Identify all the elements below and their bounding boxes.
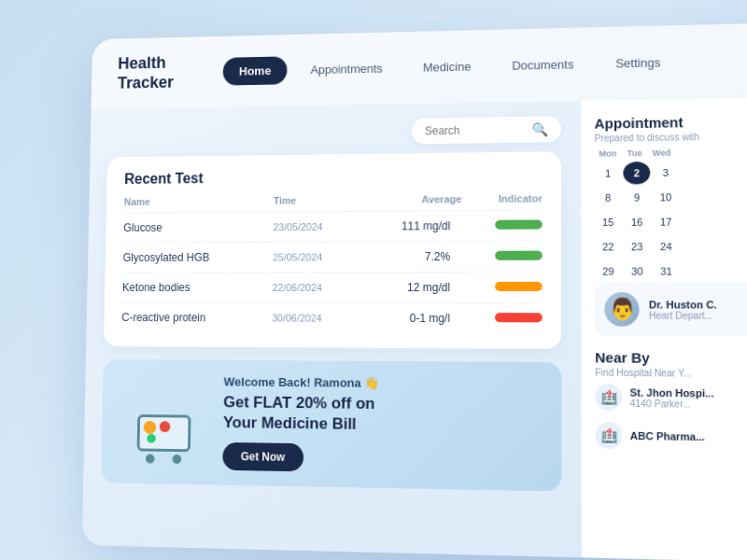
calendar-day[interactable]: 16 (624, 211, 651, 233)
recent-test-card: Recent Test Name Time Average Indicator … (104, 151, 561, 349)
doctor-name: Dr. Huston C. (649, 299, 717, 310)
appointment-section: Appointment Prepared to discuss with Mon… (595, 113, 747, 337)
test-time: 23/05/2024 (273, 212, 359, 243)
calendar-day[interactable]: 24 (653, 235, 680, 259)
test-value: 111 mg/dl (359, 211, 461, 242)
calendar-day[interactable]: 2 (623, 161, 650, 184)
calendar-day[interactable]: 10 (652, 186, 679, 209)
calendar-day[interactable]: 17 (653, 211, 680, 234)
test-value: 12 mg/dl (359, 273, 461, 303)
list-item[interactable]: 🏥 St. Jhon Hospi... 4140 Parker... (595, 378, 747, 418)
indicator-bar (495, 251, 543, 260)
test-name: C-reactive protein (121, 302, 272, 332)
nav-item-settings[interactable]: Settings (599, 48, 678, 78)
nav-item-appointments[interactable]: Appointments (294, 54, 399, 84)
nearby-info: St. Jhon Hospi... 4140 Parker... (630, 386, 714, 410)
calendar: MonTueWed 1238910151617222324293031 (595, 147, 747, 283)
test-name: Glucose (123, 212, 274, 243)
calendar-day[interactable]: 1 (595, 162, 622, 185)
test-indicator (461, 273, 543, 303)
main-nav: HomeAppointmentsMedicineDocumentsSetting… (223, 47, 744, 86)
logo-line2: Tracker (118, 73, 174, 91)
col-indicator: Indicator (461, 193, 542, 211)
recent-test-title: Recent Test (124, 167, 543, 188)
promo-headline-line2: Your Medicine Bill (223, 413, 357, 433)
header: Health Tracker HomeAppointmentsMedicineD… (92, 23, 747, 110)
calendar-day[interactable]: 15 (595, 211, 622, 233)
logo-line1: Health (118, 53, 166, 72)
cal-day-name: Tue (621, 148, 648, 161)
app-container: Health Tracker HomeAppointmentsMedicineD… (82, 23, 747, 560)
search-bar: 🔍 (107, 117, 561, 149)
search-icon: 🔍 (532, 122, 548, 137)
doctor-card[interactable]: 👨 Dr. Huston C. Heart Depart... (595, 283, 747, 337)
doctor-info: Dr. Huston C. Heart Depart... (649, 299, 717, 321)
test-time: 30/06/2024 (272, 302, 359, 332)
nearby-name: ABC Pharma... (630, 430, 705, 443)
calendar-day[interactable]: 31 (653, 260, 680, 284)
nearby-address: 4140 Parker... (630, 398, 714, 409)
search-input[interactable] (425, 123, 525, 137)
promo-text: Welcome Back! Ramona 👋 Get FLAT 20% off … (222, 375, 543, 476)
promo-image (119, 380, 209, 464)
indicator-bar (495, 313, 543, 322)
calendar-day[interactable]: 3 (652, 161, 679, 185)
test-indicator (461, 303, 543, 334)
nearby-title: Near By (595, 349, 747, 367)
main-content: 🔍 Recent Test Name Time Average Indicato… (82, 101, 581, 560)
promo-headline-line1: Get FLAT 20% off on (223, 394, 374, 413)
table-row: Ketone bodies 22/06/2024 12 mg/dl (122, 273, 543, 303)
nearby-icon: 🏥 (595, 384, 622, 411)
calendar-day[interactable]: 23 (624, 235, 651, 258)
nearby-section: Near By Find Hospital Near Y... 🏥 St. Jh… (595, 349, 747, 457)
promo-welcome: Welcome Back! Ramona 👋 (224, 375, 543, 392)
nearby-name: St. Jhon Hospi... (630, 386, 714, 399)
doctor-department: Heart Depart... (649, 310, 717, 320)
table-row: C-reactive protein 30/06/2024 0-1 mg/l (121, 302, 543, 333)
nearby-icon: 🏥 (595, 422, 622, 449)
calendar-day[interactable]: 30 (624, 260, 651, 283)
promo-banner: Welcome Back! Ramona 👋 Get FLAT 20% off … (101, 359, 561, 492)
calendar-grid: 1238910151617222324293031 (595, 161, 747, 283)
nearby-subtitle: Find Hospital Near Y... (595, 368, 747, 380)
search-wrap[interactable]: 🔍 (412, 117, 561, 145)
list-item[interactable]: 🏥 ABC Pharma... (595, 416, 747, 457)
doctor-avatar: 👨 (604, 292, 639, 327)
nav-item-medicine[interactable]: Medicine (406, 52, 487, 82)
calendar-day[interactable]: 9 (623, 187, 650, 209)
test-time: 22/06/2024 (272, 273, 359, 303)
nearby-info: ABC Pharma... (630, 430, 705, 443)
col-average: Average (359, 193, 461, 211)
promo-headline: Get FLAT 20% off on Your Medicine Bill (223, 393, 543, 439)
test-name: Glycosylated HGB (122, 243, 273, 273)
cal-day-name: Wed (648, 148, 675, 161)
col-name: Name (124, 195, 274, 213)
indicator-bar (495, 220, 543, 230)
promo-get-now-button[interactable]: Get Now (222, 442, 303, 471)
nav-item-documents[interactable]: Documents (495, 49, 591, 80)
table-row: Glycosylated HGB 25/05/2024 7.2% (122, 241, 542, 273)
calendar-day[interactable]: 22 (595, 235, 622, 258)
sidebar: Appointment Prepared to discuss with Mon… (580, 98, 747, 560)
indicator-bar (495, 282, 543, 291)
calendar-day[interactable]: 8 (595, 187, 622, 209)
cal-day-name: Mon (595, 149, 622, 162)
test-indicator (461, 241, 543, 272)
calendar-day[interactable]: 29 (595, 260, 622, 283)
nav-item-home[interactable]: Home (223, 56, 288, 85)
test-table: Name Time Average Indicator Glucose 23/0… (121, 193, 543, 334)
body-layout: 🔍 Recent Test Name Time Average Indicato… (82, 98, 747, 560)
col-time: Time (274, 194, 359, 212)
appointment-subtitle: Prepared to discuss with (595, 131, 747, 144)
test-name: Ketone bodies (122, 273, 273, 302)
logo: Health Tracker (118, 53, 197, 93)
appointment-title: Appointment (595, 113, 747, 132)
test-value: 0-1 mg/l (358, 303, 461, 334)
test-time: 25/05/2024 (273, 242, 359, 273)
test-value: 7.2% (359, 242, 461, 273)
cart-icon (137, 414, 191, 452)
table-row: Glucose 23/05/2024 111 mg/dl (123, 210, 543, 243)
test-indicator (461, 210, 543, 242)
